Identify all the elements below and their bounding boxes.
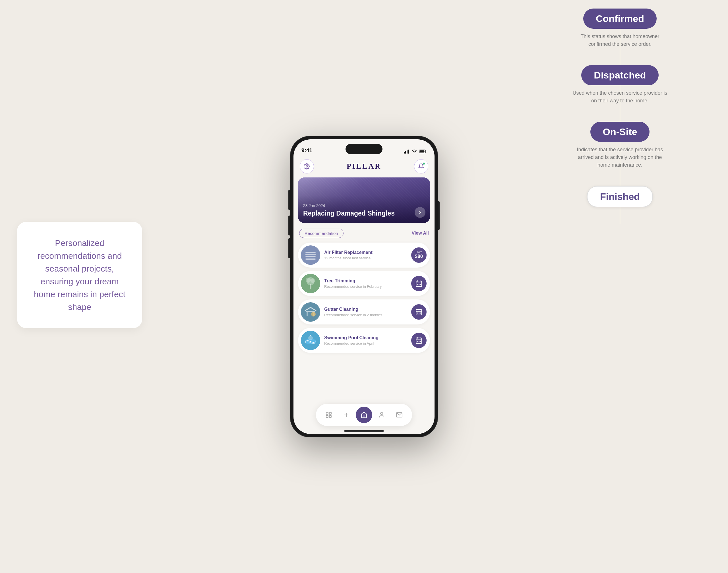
svg-point-6: [306, 165, 308, 167]
pool-cleaning-illustration: [301, 331, 320, 350]
status-badge-confirmed: Confirmed: [583, 8, 657, 29]
nav-add-button[interactable]: [338, 407, 355, 423]
service-image-tree-trimming: [301, 274, 320, 293]
svg-rect-21: [417, 284, 418, 285]
nav-messages-button[interactable]: [391, 407, 408, 423]
gear-icon: [304, 163, 310, 169]
service-card-air-filter[interactable]: Air Filter Replacement 12 months since l…: [298, 243, 430, 268]
service-info-pool-cleaning: Swimming Pool Cleaning Recommended servi…: [324, 335, 407, 346]
dynamic-island: [346, 144, 382, 154]
svg-point-15: [306, 277, 311, 283]
svg-rect-8: [305, 252, 316, 253]
nav-items-container: [316, 404, 412, 426]
envelope-icon: [396, 412, 403, 418]
svg-rect-5: [420, 150, 425, 153]
notification-dot: [423, 162, 425, 165]
price-from-label: From: [415, 251, 422, 254]
phone-outer: 9:41: [290, 136, 438, 437]
service-name-tree-trimming: Tree Trimming: [324, 278, 407, 283]
status-badge-dispatched: Dispatched: [581, 65, 658, 85]
service-action-tree-trimming[interactable]: [411, 276, 426, 291]
person-icon: [378, 412, 385, 418]
svg-point-38: [308, 336, 313, 341]
service-info-gutter-cleaning: Gutter Cleaning Recommended service in 2…: [324, 307, 407, 317]
status-item-onsite: On-Site Indicates that the service provi…: [557, 122, 682, 169]
air-filter-illustration: [301, 246, 320, 265]
price-value: $80: [415, 254, 423, 259]
status-desc-confirmed: This status shows that homeowner confirm…: [572, 33, 668, 48]
phone-screen: 9:41: [294, 139, 434, 434]
plus-icon: [343, 412, 350, 418]
status-badge-onsite: On-Site: [590, 122, 650, 142]
service-info-air-filter: Air Filter Replacement 12 months since l…: [324, 250, 407, 260]
hero-content: 23 Jan 2024 Replacing Damaged Shingles: [303, 203, 413, 218]
status-timeline: Confirmed This status shows that homeown…: [557, 8, 682, 224]
svg-rect-11: [305, 259, 316, 260]
service-list: Air Filter Replacement 12 months since l…: [294, 243, 434, 353]
svg-rect-34: [419, 313, 419, 313]
tree-trimming-illustration: [301, 274, 320, 293]
service-info-tree-trimming: Tree Trimming Recommended service in Feb…: [324, 278, 407, 289]
bottom-navigation: [294, 403, 434, 434]
service-action-gutter-cleaning[interactable]: [411, 304, 426, 320]
service-card-gutter-cleaning[interactable]: Gutter Cleaning Recommended service in 2…: [298, 300, 430, 324]
nav-profile-button[interactable]: [373, 407, 390, 423]
battery-icon: [419, 150, 426, 153]
service-sub-air-filter: 12 months since last service: [324, 256, 407, 260]
svg-rect-33: [417, 313, 418, 313]
svg-rect-50: [329, 415, 331, 417]
chevron-right-icon: [418, 210, 422, 215]
service-image-pool-cleaning: [301, 331, 320, 350]
svg-rect-14: [310, 284, 311, 289]
hero-arrow-button[interactable]: [415, 207, 425, 218]
svg-rect-48: [329, 412, 331, 414]
signal-icon: [404, 150, 410, 154]
svg-rect-3: [408, 150, 409, 154]
nav-home-button[interactable]: [356, 407, 372, 423]
svg-rect-44: [417, 341, 418, 342]
svg-rect-26: [307, 312, 308, 316]
notification-button[interactable]: [414, 159, 428, 173]
hero-date: 23 Jan 2024: [303, 203, 413, 208]
status-desc-onsite: Indicates that the service provider has …: [572, 146, 668, 169]
svg-rect-9: [305, 254, 316, 255]
svg-rect-23: [420, 284, 421, 285]
svg-rect-45: [419, 341, 419, 342]
settings-button[interactable]: [300, 159, 314, 173]
phone-mockup: 9:41: [290, 136, 438, 437]
service-card-pool-cleaning[interactable]: Swimming Pool Cleaning Recommended servi…: [298, 328, 430, 353]
svg-rect-40: [416, 338, 422, 344]
app-title: PILLAR: [347, 162, 381, 171]
recommendation-badge[interactable]: Recommendation: [299, 229, 344, 238]
svg-rect-25: [306, 311, 315, 312]
home-icon: [361, 412, 367, 418]
nav-grid-button[interactable]: [320, 407, 337, 423]
svg-rect-10: [305, 256, 316, 257]
status-desc-dispatched: Used when the chosen service provider is…: [572, 89, 668, 105]
service-price-air-filter[interactable]: From $80: [411, 247, 426, 263]
gutter-cleaning-illustration: [301, 302, 320, 322]
service-card-tree-trimming[interactable]: Tree Trimming Recommended service in Feb…: [298, 271, 430, 296]
svg-point-28: [311, 312, 316, 316]
view-all-button[interactable]: View All: [412, 230, 429, 236]
svg-rect-49: [326, 415, 328, 417]
status-item-finished: Finished: [557, 186, 682, 207]
svg-point-16: [311, 278, 315, 283]
svg-rect-0: [404, 152, 405, 154]
hero-card[interactable]: 23 Jan 2024 Replacing Damaged Shingles: [298, 177, 430, 223]
status-badge-finished: Finished: [587, 186, 653, 207]
svg-rect-29: [416, 309, 422, 315]
left-callout: Personalized recommendations and seasona…: [17, 222, 142, 328]
service-image-gutter-cleaning: [301, 302, 320, 322]
screen-content: PILLAR 23 Jan 2024 Repla: [294, 155, 434, 434]
svg-rect-35: [420, 313, 421, 313]
service-action-pool-cleaning[interactable]: [411, 333, 426, 348]
service-sub-gutter-cleaning: Recommended service in 2 months: [324, 313, 407, 317]
service-name-air-filter: Air Filter Replacement: [324, 250, 407, 255]
app-header: PILLAR: [294, 155, 434, 177]
svg-rect-2: [407, 150, 408, 154]
svg-rect-46: [420, 341, 421, 342]
svg-point-53: [380, 412, 383, 415]
service-name-gutter-cleaning: Gutter Cleaning: [324, 307, 407, 312]
status-item-dispatched: Dispatched Used when the chosen service …: [557, 65, 682, 105]
